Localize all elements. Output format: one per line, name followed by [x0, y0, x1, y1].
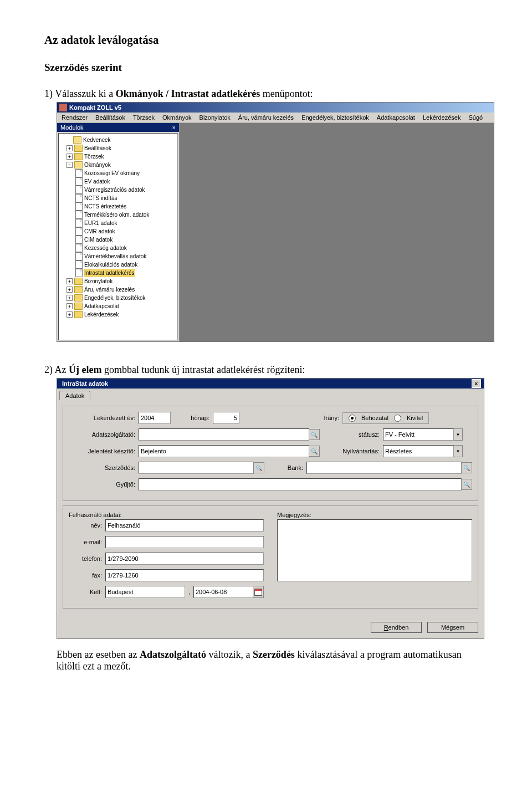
- expand-icon[interactable]: +: [66, 303, 73, 309]
- tree-item-torzsek[interactable]: + Törzsek: [60, 152, 176, 161]
- lookup-icon[interactable]: 🔍: [253, 462, 264, 473]
- tree-item-aru[interactable]: + Áru, vámáru kezelés: [60, 285, 176, 294]
- tree-item[interactable]: EV adatok: [60, 177, 176, 186]
- tree-item[interactable]: Elokalkulációs adatok: [60, 260, 176, 269]
- tree-item[interactable]: CIM adatok: [60, 236, 176, 244]
- chevron-down-icon[interactable]: ▼: [454, 428, 463, 441]
- note-textarea[interactable]: [277, 519, 472, 581]
- tree-item[interactable]: Vámértékbevallás adatok: [60, 252, 176, 260]
- expand-icon[interactable]: +: [66, 278, 73, 284]
- tree-item-kedvencek[interactable]: Kedvencek: [60, 136, 176, 144]
- document-icon: [75, 202, 83, 211]
- phone-input[interactable]: 1/279-2090: [105, 553, 264, 565]
- expand-icon[interactable]: +: [66, 145, 73, 151]
- tree-item[interactable]: CMR adatok: [60, 227, 176, 236]
- city-input[interactable]: Budapest: [105, 586, 185, 598]
- provider-input[interactable]: [139, 428, 309, 441]
- document-icon: [75, 194, 83, 202]
- expand-icon[interactable]: +: [66, 287, 73, 293]
- label-registry: Nyilvántartás:: [330, 448, 383, 454]
- menu-item[interactable]: Rendszer: [62, 114, 88, 121]
- document-icon: [75, 219, 83, 227]
- tree-item-intrastat[interactable]: Intrastat adatlekérés: [60, 269, 176, 277]
- menu-item[interactable]: Adatkapcsolat: [377, 114, 415, 121]
- document-icon: [75, 227, 83, 236]
- expand-icon[interactable]: +: [66, 295, 73, 301]
- tree-item[interactable]: Vámregisztrációs adatok: [60, 186, 176, 194]
- lookup-icon[interactable]: 🔍: [309, 429, 320, 440]
- expand-icon[interactable]: +: [66, 311, 73, 318]
- menu-item[interactable]: Okmányok: [162, 114, 192, 121]
- modules-panel: Modulok × Kedvencek + Beállítások + Tö: [57, 123, 180, 341]
- email-input[interactable]: [105, 536, 264, 548]
- close-button[interactable]: ×: [472, 379, 481, 388]
- document-icon: [75, 244, 83, 252]
- collapse-icon[interactable]: −: [66, 162, 73, 168]
- name-input[interactable]: Felhasználó: [105, 519, 264, 532]
- lookup-icon[interactable]: 🔍: [461, 479, 472, 490]
- menu-item[interactable]: Súgó: [468, 114, 483, 121]
- menu-item[interactable]: Áru, vámáru kezelés: [238, 114, 294, 121]
- folder-icon: [74, 278, 83, 285]
- status-combo[interactable]: FV - Felvitt ▼: [383, 428, 463, 441]
- calendar-button[interactable]: [253, 586, 264, 598]
- tree-item-okmanyok[interactable]: − Okmányok: [60, 161, 176, 169]
- intrastat-dialog-screenshot: IntraStat adatok × Adatok Lekérdezett év…: [57, 378, 484, 639]
- expand-icon[interactable]: +: [66, 154, 73, 160]
- close-icon[interactable]: ×: [172, 124, 176, 131]
- registry-combo[interactable]: Részletes ▼: [383, 445, 463, 457]
- folder-icon: [74, 311, 83, 318]
- menu-item[interactable]: Engedélyek, biztosítékok: [301, 114, 369, 121]
- folder-icon: [74, 145, 83, 152]
- step-2-number: 2): [44, 364, 53, 375]
- tree-item[interactable]: Közösségi EV okmány: [60, 169, 176, 177]
- tree-item[interactable]: EUR1 adatok: [60, 219, 176, 227]
- document-icon: [75, 211, 83, 219]
- tree-item-adatkapcsolat[interactable]: + Adatkapcsolat: [60, 302, 176, 310]
- contract-input[interactable]: [139, 462, 254, 474]
- bank-input[interactable]: [306, 462, 462, 474]
- tree-item-bizonylatok[interactable]: + Bizonylatok: [60, 277, 176, 285]
- menu-item[interactable]: Lekérdezések: [423, 114, 461, 121]
- folder-icon: [74, 153, 83, 160]
- ok-button[interactable]: Rendben: [371, 622, 422, 633]
- tree-item[interactable]: NCTS érkeztetés: [60, 202, 176, 211]
- radio-kivitel[interactable]: [394, 415, 401, 422]
- year-input[interactable]: 2004: [139, 412, 171, 424]
- app-titlebar: Kompakt ZOLL v5: [57, 103, 494, 113]
- radio-label-behozatal: Behozatal: [361, 415, 388, 421]
- tree-item-beallitasok[interactable]: + Beállítások: [60, 144, 176, 152]
- reporter-input[interactable]: Bejelento: [139, 445, 309, 457]
- tree-item[interactable]: NCTS indítás: [60, 194, 176, 202]
- tree-item-lekerdezesek[interactable]: + Lekérdezések: [60, 310, 176, 319]
- app-window-screenshot: Kompakt ZOLL v5 Rendszer Beállítások Tör…: [57, 102, 494, 342]
- fax-input[interactable]: 1/279-1260: [105, 569, 264, 581]
- chevron-down-icon[interactable]: ▼: [454, 445, 463, 457]
- date-separator: ,: [185, 589, 193, 595]
- tab-adatok[interactable]: Adatok: [59, 391, 90, 400]
- document-icon: [75, 252, 83, 260]
- radio-behozatal[interactable]: [349, 415, 356, 422]
- tree-item-engedelyek[interactable]: + Engedélyek, biztosítékok: [60, 294, 176, 302]
- collector-input[interactable]: [139, 478, 462, 490]
- lookup-icon[interactable]: 🔍: [461, 462, 472, 473]
- menu-item[interactable]: Törzsek: [133, 114, 155, 121]
- date-input[interactable]: 2004-06-08: [193, 586, 253, 598]
- app-mdi-area: [180, 123, 494, 341]
- folder-icon: [74, 303, 83, 310]
- menu-item[interactable]: Bizonylatok: [200, 114, 231, 121]
- label-bank: Bank:: [270, 464, 306, 471]
- label-date: Kelt:: [69, 589, 105, 595]
- label-user-section: Felhasználó adatai:: [69, 512, 121, 518]
- document-icon: [75, 236, 83, 244]
- tree-item[interactable]: Kezesség adatok: [60, 244, 176, 252]
- label-month: hónap:: [176, 415, 213, 421]
- label-direction: Irány:: [289, 415, 342, 421]
- cancel-button[interactable]: Mégsem: [427, 622, 478, 633]
- tree-item[interactable]: Termékkíséro okm. adatok: [60, 211, 176, 219]
- lookup-icon[interactable]: 🔍: [309, 446, 320, 457]
- modules-tree[interactable]: Kedvencek + Beállítások + Törzsek − Okmá…: [58, 133, 178, 340]
- label-phone: telefon:: [69, 555, 105, 562]
- month-input[interactable]: 5: [213, 412, 239, 424]
- menu-item[interactable]: Beállítások: [95, 114, 125, 121]
